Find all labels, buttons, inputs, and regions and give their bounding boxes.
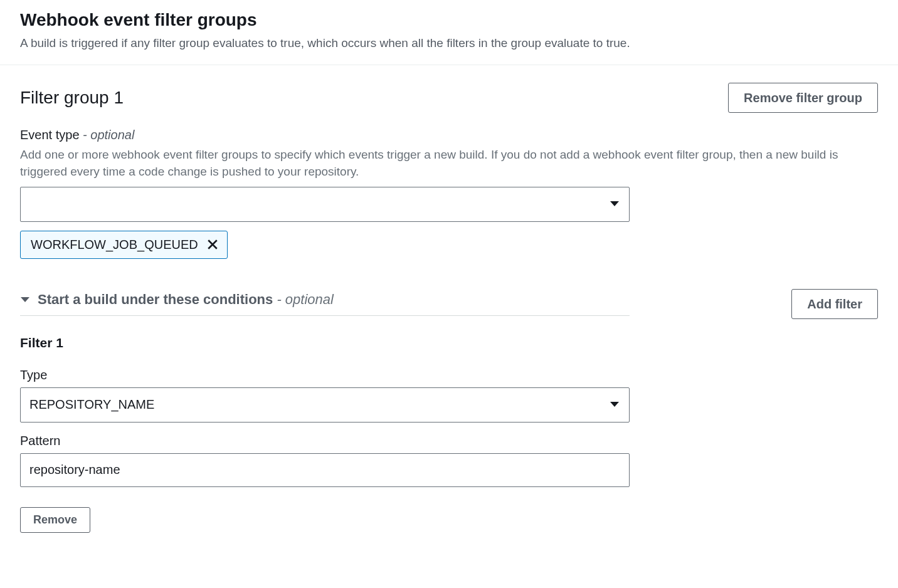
filter-type-select[interactable] [20,387,630,423]
conditions-heading-text: Start a build under these conditions - o… [38,291,334,308]
add-filter-button[interactable]: Add filter [791,289,878,319]
optional-tag: - optional [83,128,134,142]
filter-type-field: Type [20,368,878,423]
remove-filter-group-button[interactable]: Remove filter group [728,83,878,113]
event-type-select[interactable] [20,187,630,222]
filter-type-select-wrapper[interactable] [20,387,630,423]
conditions-heading-toggle[interactable]: Start a build under these conditions - o… [20,291,630,316]
filter-pattern-field: Pattern [20,434,878,496]
close-icon[interactable] [207,239,218,250]
group-title: Filter group 1 [20,88,124,108]
conditions-row: Start a build under these conditions - o… [20,289,878,319]
event-type-select-wrapper[interactable] [20,187,630,222]
event-type-label: Event type [20,128,80,142]
filter-block: Filter 1 Type Pattern Remove [20,335,878,533]
event-type-help: Add one or more webhook event filter gro… [20,146,878,181]
chevron-down-icon [20,296,30,303]
page-description: A build is triggered if any filter group… [20,35,878,52]
filter-group-content: Filter group 1 Remove filter group Event… [0,65,898,553]
filter-pattern-label: Pattern [20,434,878,448]
chip-label: WORKFLOW_JOB_QUEUED [31,238,198,252]
filter-pattern-input[interactable] [20,453,630,487]
section-header: Webhook event filter groups A build is t… [0,0,898,65]
event-type-chip: WORKFLOW_JOB_QUEUED [20,231,228,259]
page-title: Webhook event filter groups [20,10,878,30]
group-header-row: Filter group 1 Remove filter group [20,83,878,113]
event-type-field: Event type - optional Add one or more we… [20,128,878,259]
filter-type-label: Type [20,368,878,382]
optional-tag: - optional [277,291,334,307]
filter-title: Filter 1 [20,335,878,350]
event-type-label-row: Event type - optional [20,128,878,142]
remove-filter-button[interactable]: Remove [20,507,90,533]
